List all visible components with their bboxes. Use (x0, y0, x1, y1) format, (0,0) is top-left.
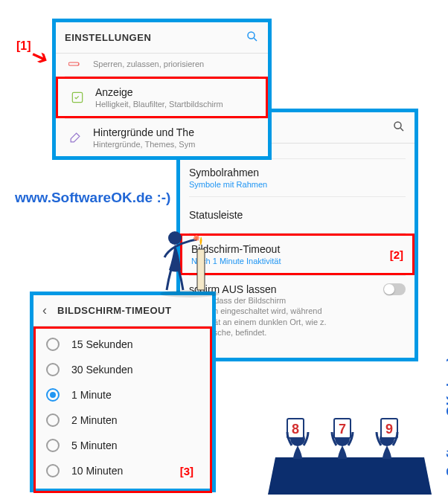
radio-icon (46, 439, 60, 452)
display-icon (67, 90, 88, 105)
judge-score-1: 8 (292, 422, 299, 437)
search-icon[interactable] (246, 30, 259, 46)
radio-15s[interactable]: 15 Sekunden (36, 332, 210, 357)
row-title: Symbolrahmen (189, 167, 406, 178)
svg-line-1 (400, 128, 403, 131)
brush-icon (65, 130, 86, 145)
radio-2m[interactable]: 2 Minuten (36, 408, 210, 433)
radio-label: 2 Minuten (71, 414, 117, 426)
panel3-header: ‹ BILDSCHIRM-TIMEOUT (33, 295, 212, 326)
cartoon-figure-judges: 8 7 9 (268, 413, 432, 495)
timeout-radio-group: 15 Sekunden 30 Sekunden 1 Minute 2 Minut… (33, 326, 212, 493)
svg-point-2 (248, 32, 255, 39)
row-title: Hintergründe und The (93, 126, 259, 138)
row-hintergruende[interactable]: Hintergründe und The Hintergründe, Theme… (56, 119, 268, 156)
row-sub: Sperren, zulassen, priorisieren (93, 59, 259, 68)
radio-icon (46, 413, 60, 427)
annotation-3: [3] (180, 465, 199, 477)
panel-einstellungen: EINSTELLUNGEN Sperren, zulassen, prioris… (52, 19, 272, 160)
svg-point-6 (160, 290, 220, 297)
radio-5m[interactable]: 5 Minuten (36, 433, 210, 458)
toggle-aus-lassen[interactable] (383, 283, 406, 295)
watermark-horizontal: www.SoftwareOK.de :-) (15, 190, 170, 206)
judge-score-2: 7 (339, 422, 346, 437)
radio-label: 30 Sekunden (71, 364, 133, 376)
radio-10m[interactable]: 10 Minuten [3] (36, 458, 210, 483)
svg-point-0 (394, 122, 401, 129)
row-symbolrahmen[interactable]: Symbolrahmen Symbole mit Rahmen (180, 159, 415, 196)
radio-label: 5 Minuten (71, 440, 117, 451)
annotation-2: [2] (390, 248, 403, 261)
svg-point-8 (168, 231, 182, 245)
panel1-header: EINSTELLUNGEN (56, 22, 268, 54)
row-title: Anzeige (95, 86, 257, 98)
row-sub: Symbole mit Rahmen (189, 180, 406, 189)
panel1-title: EINSTELLUNGEN (65, 32, 246, 43)
radio-label: 15 Sekunden (71, 338, 133, 350)
radio-icon (46, 388, 60, 402)
watermark-vertical: www.SoftwareOK.de :-) (444, 357, 448, 499)
cartoon-figure-candle (156, 216, 223, 297)
annotation-1: [1] (16, 39, 31, 53)
panel-timeout-options: ‹ BILDSCHIRM-TIMEOUT 15 Sekunden 30 Seku… (30, 292, 216, 492)
row-sub: Helligkeit, Blaufilter, Startbildschirm (95, 100, 257, 109)
row-anzeige[interactable]: Anzeige Helligkeit, Blaufilter, Startbil… (56, 77, 268, 118)
svg-line-3 (254, 38, 257, 41)
radio-1m[interactable]: 1 Minute (36, 382, 210, 408)
radio-icon (46, 464, 60, 477)
panel3-title: BILDSCHIRM-TIMEOUT (57, 305, 203, 316)
search-icon[interactable] (392, 120, 406, 136)
svg-rect-4 (68, 62, 79, 65)
row-icon-placeholder (65, 59, 86, 67)
radio-label: 1 Minute (71, 389, 112, 401)
radio-30s[interactable]: 30 Sekunden (36, 357, 210, 382)
radio-icon (46, 338, 60, 351)
judge-score-3: 9 (385, 422, 393, 437)
back-icon[interactable]: ‹ (42, 303, 47, 318)
row-sperren[interactable]: Sperren, zulassen, priorisieren (56, 54, 268, 76)
row-sub: ndern, dass der Bildschirm sichtlich ein… (189, 295, 383, 338)
svg-rect-7 (197, 249, 205, 290)
row-sub: Hintergründe, Themes, Sym (93, 140, 259, 149)
radio-label: 10 Minuten (71, 465, 123, 477)
radio-icon (46, 363, 60, 376)
